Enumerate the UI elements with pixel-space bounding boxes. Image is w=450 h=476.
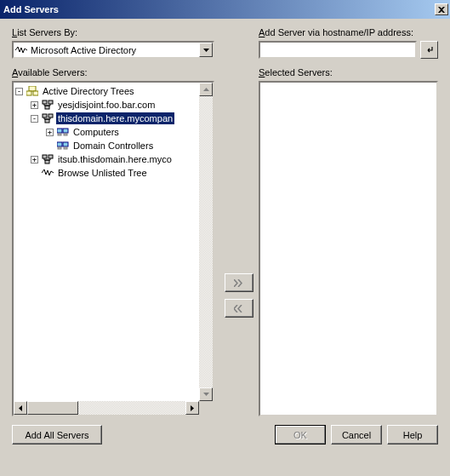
expand-icon[interactable]: + [31,156,38,163]
tree-label: yesjdisjoint.foo.bar.com [56,99,157,111]
collapse-icon[interactable]: - [15,88,23,95]
svg-rect-18 [48,155,53,158]
add-hostname-button[interactable] [420,41,438,59]
expand-icon[interactable]: + [46,129,54,136]
close-button[interactable] [435,3,448,15]
double-chevron-left-icon [234,305,244,313]
tree-node[interactable]: + yesjdisjoint.foo.bar.com [15,98,213,112]
chevron-right-icon [191,405,194,411]
tree-root-icon [26,84,39,98]
svg-rect-9 [57,129,62,133]
scroll-up-button[interactable] [199,83,213,96]
svg-rect-19 [45,160,49,163]
tree-root[interactable]: - Active Directory Trees [15,84,213,98]
cancel-button[interactable]: Cancel [331,425,382,444]
domain-controllers-icon [56,139,70,152]
scroll-corner [199,401,213,415]
scroll-thumb[interactable] [27,401,78,415]
svg-rect-1 [26,91,31,95]
scroll-right-button[interactable] [185,401,199,415]
available-servers-listbox[interactable]: - Active Directory Trees + yesjdisjoint.… [12,81,214,416]
collapse-icon[interactable]: - [31,115,38,123]
svg-rect-8 [45,119,49,123]
tree-label: Active Directory Trees [41,85,136,97]
tree-label: Domain Controllers [71,140,155,152]
chevron-down-icon [203,393,209,396]
add-server-via-label: Add Server via hostname/IP address: [259,27,438,37]
move-left-button[interactable] [225,299,253,318]
svg-rect-7 [48,114,53,118]
enter-icon [425,46,434,54]
window-title: Add Servers [3,4,59,14]
svg-rect-2 [33,91,38,95]
svg-rect-5 [45,106,49,109]
double-chevron-right-icon [234,279,244,287]
svg-rect-0 [29,86,36,91]
svg-rect-11 [58,134,61,135]
tree-label: itsub.thisdomain.here.myco [56,153,174,165]
selected-servers-label: Selected Servers: [259,67,438,77]
combo-dropdown-button[interactable] [199,43,213,57]
scroll-down-button[interactable] [199,387,213,401]
svg-rect-13 [57,142,62,146]
tree-label: Computers [71,126,121,138]
move-right-button[interactable] [225,273,253,292]
browse-icon [41,166,54,180]
hostname-input[interactable] [259,41,417,59]
vertical-scrollbar[interactable] [199,83,213,401]
tree-node[interactable]: Browse Unlisted Tree [15,166,213,180]
svg-rect-17 [43,155,47,158]
computers-icon [56,125,70,139]
tree-node[interactable]: Domain Controllers [15,139,213,152]
chevron-down-icon [203,49,209,52]
svg-rect-6 [43,114,47,118]
domain-icon [41,98,54,112]
titlebar: Add Servers [0,0,450,19]
scroll-left-button[interactable] [14,401,27,415]
ad-icon [15,44,27,56]
expand-icon[interactable]: + [31,101,38,109]
tree-node[interactable]: + Computers [15,125,213,139]
chevron-left-icon [19,405,22,411]
chevron-up-icon [203,88,209,91]
svg-rect-15 [58,147,61,149]
selected-servers-listbox[interactable] [259,81,438,416]
domain-icon [41,112,54,125]
domain-icon [41,152,54,166]
close-icon [438,7,445,13]
tree-label: thisdomain.here.mycompan [56,112,174,124]
svg-rect-16 [64,147,67,149]
help-button[interactable]: Help [387,425,438,444]
list-servers-by-combo[interactable]: Microsoft Active Directory [12,41,214,59]
svg-rect-4 [48,100,53,104]
svg-rect-10 [63,129,68,133]
tree-node[interactable]: + itsub.thisdomain.here.myco [15,152,213,166]
tree: - Active Directory Trees + yesjdisjoint.… [14,83,213,180]
add-all-servers-button[interactable]: Add All Servers [12,425,102,444]
svg-rect-14 [63,142,68,146]
svg-rect-3 [43,100,47,104]
tree-label: Browse Unlisted Tree [56,167,149,179]
svg-rect-12 [64,134,67,135]
horizontal-scrollbar[interactable] [14,401,199,415]
tree-node-selected[interactable]: - thisdomain.here.mycompan [15,112,213,125]
combo-value: Microsoft Active Directory [31,45,199,55]
available-servers-label: Available Servers: [12,67,219,77]
list-servers-by-label: List Servers By: [12,27,219,37]
ok-button[interactable]: OK [275,425,326,444]
